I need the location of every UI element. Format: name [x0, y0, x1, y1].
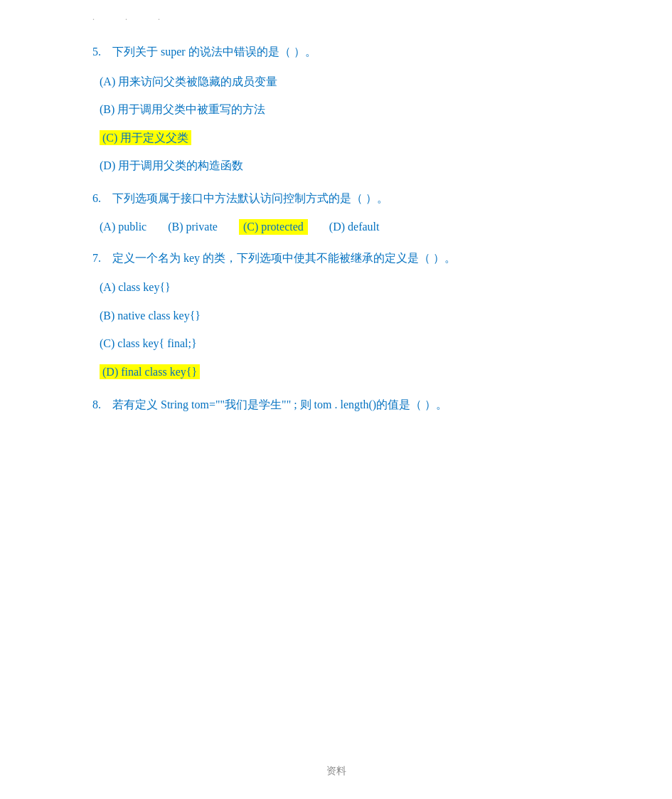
q5-number: 5.	[92, 43, 107, 61]
q5-option-c-label: (C)	[102, 132, 120, 144]
q6-inline-options: (A) public (B) private (C) protected (D)…	[92, 219, 601, 235]
q5-option-d-text: 用于调用父类的构造函数	[118, 159, 243, 171]
q5-option-c: (C) 用于定义父类	[92, 129, 601, 147]
q5-option-b-label: (B)	[100, 103, 117, 115]
q5-text: 下列关于 super 的说法中错误的是（ ）。	[112, 43, 316, 61]
footer: 资料	[326, 765, 346, 778]
q8-text: 若有定义 String tom=""我们是学生"" ; 则 tom . leng…	[112, 396, 447, 414]
q7-option-d-label: (D)	[102, 366, 121, 378]
q7-option-a: (A) class key{}	[92, 278, 601, 297]
q5-option-a-text: 用来访问父类被隐藏的成员变量	[118, 75, 277, 88]
q5-option-c-text: 用于定义父类	[120, 132, 188, 144]
question-5-title: 5. 下列关于 super 的说法中错误的是（ ）。	[92, 43, 601, 61]
q6-option-d: (D) default	[329, 221, 380, 233]
q7-text: 定义一个名为 key 的类，下列选项中使其不能被继承的定义是（ ）。	[112, 249, 456, 268]
q5-option-b: (B) 用于调用父类中被重写的方法	[92, 100, 601, 119]
q6-option-a: (A) public	[100, 221, 146, 233]
q7-option-b-label: (B)	[100, 309, 117, 322]
q5-option-b-text: 用于调用父类中被重写的方法	[117, 103, 265, 115]
q7-option-b-text: native class key{}	[117, 309, 201, 322]
question-8-title: 8. 若有定义 String tom=""我们是学生"" ; 则 tom . l…	[92, 396, 601, 414]
q5-option-d-label: (D)	[100, 159, 118, 171]
q6-option-c: (C) protected	[239, 219, 308, 235]
question-7-title: 7. 定义一个名为 key 的类，下列选项中使其不能被继承的定义是（ ）。	[92, 249, 601, 268]
q5-option-d: (D) 用于调用父类的构造函数	[92, 157, 601, 175]
q8-number: 8.	[92, 396, 107, 414]
q7-option-b: (B) native class key{}	[92, 307, 601, 325]
q7-option-c-label: (C)	[100, 337, 117, 349]
question-7: 7. 定义一个名为 key 的类，下列选项中使其不能被继承的定义是（ ）。 (A…	[92, 249, 601, 381]
q6-number: 6.	[92, 189, 107, 208]
q7-option-a-text: class key{}	[118, 281, 171, 293]
page-container: · · · 5. 下列关于 super 的说法中错误的是（ ）。 (A) 用来访…	[0, 0, 672, 799]
question-8: 8. 若有定义 String tom=""我们是学生"" ; 则 tom . l…	[92, 396, 601, 414]
q7-number: 7.	[92, 249, 107, 268]
q7-option-c-text: class key{ final;}	[117, 337, 196, 349]
q7-option-a-label: (A)	[100, 281, 118, 293]
top-decoration: · · ·	[92, 14, 174, 25]
q7-option-d-highlighted: (D) final class key{}	[100, 364, 200, 379]
q5-option-c-highlighted: (C) 用于定义父类	[100, 130, 191, 145]
q7-option-d-text: final class key{}	[121, 366, 197, 378]
q6-text: 下列选项属于接口中方法默认访问控制方式的是（ ）。	[112, 189, 388, 208]
q7-option-c: (C) class key{ final;}	[92, 334, 601, 353]
q6-option-b: (B) private	[168, 221, 218, 233]
q5-option-a-label: (A)	[100, 75, 118, 88]
question-6-title: 6. 下列选项属于接口中方法默认访问控制方式的是（ ）。	[92, 189, 601, 208]
question-6: 6. 下列选项属于接口中方法默认访问控制方式的是（ ）。 (A) public …	[92, 189, 601, 235]
q7-option-d: (D) final class key{}	[92, 363, 601, 381]
q5-option-a: (A) 用来访问父类被隐藏的成员变量	[92, 73, 601, 91]
q6-option-c-text: (C) protected	[243, 221, 304, 233]
question-5: 5. 下列关于 super 的说法中错误的是（ ）。 (A) 用来访问父类被隐藏…	[92, 43, 601, 175]
